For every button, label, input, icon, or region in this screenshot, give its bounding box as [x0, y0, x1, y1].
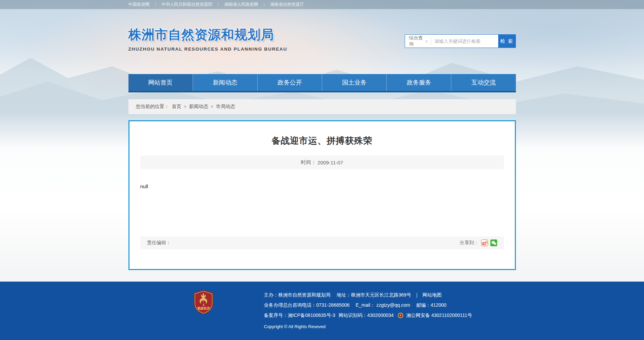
article-date-value: 2009-11-07 [317, 160, 343, 165]
footer-postcode: 邮编：412000 [416, 302, 447, 308]
editor-label: 责任编辑： [147, 240, 171, 246]
topbar-link-china-gov[interactable]: 中国政府网 [128, 2, 150, 7]
nav-item-label: 政务公开 [277, 78, 302, 87]
gov-links-bar: 中国政府网 | 中华人民共和国自然资源部 | 湖南省人民政府网 | 湖南省自然资… [0, 0, 644, 9]
nav-item-label: 互动交流 [471, 78, 496, 87]
police-badge-icon [398, 311, 403, 322]
footer-text: 主办：株洲市自然资源和规划局 地址：株洲市天元区长江北路369号 ｜ 网站地图 … [264, 290, 472, 332]
main-nav: 网站首页 新闻动态 政务公开 国土业务 政务服务 互动交流 [128, 74, 516, 92]
article-title: 备战迎市运、拼搏获殊荣 [129, 135, 515, 147]
article-panel: 备战迎市运、拼搏获殊荣 时间： 2009-11-07 null 责任编辑： 分享… [128, 120, 516, 270]
nav-item-gov-info[interactable]: 政务公开 [257, 74, 322, 91]
topbar-link-hunan-nr[interactable]: 湖南省自然资源厅 [270, 2, 304, 7]
page-footer: 党政机关 主办：株洲市自然资源和规划局 地址：株洲市天元区长江北路369号 ｜ … [0, 282, 644, 340]
nav-item-label: 网站首页 [148, 78, 173, 87]
topbar-separator: | [155, 2, 156, 6]
wechat-icon[interactable] [490, 239, 497, 246]
breadcrumb-prefix: 您当前的位置： [136, 104, 169, 110]
topbar-link-mnr[interactable]: 中华人民共和国自然资源部 [161, 2, 212, 7]
footer-line-2: 业务办理总台咨询电话：0731-28685006 E_mail： zzgtzy@… [264, 300, 472, 310]
nav-item-label: 新闻动态 [213, 78, 237, 87]
nav-item-land-business[interactable]: 国土业务 [322, 74, 386, 91]
footer-copyright: Copyright © All Rights Reseved [264, 322, 472, 332]
badge-label: 党政机关 [197, 306, 210, 310]
gov-links-inner: 中国政府网 | 中华人民共和国自然资源部 | 湖南省人民政府网 | 湖南省自然资… [128, 0, 516, 9]
article-date-bar: 时间： 2009-11-07 [140, 156, 504, 169]
topbar-link-hunan-gov[interactable]: 湖南省人民政府网 [224, 2, 258, 7]
footer-separator: ｜ [415, 292, 419, 298]
footer-security-record[interactable]: 湘公网安备 43021102000111号 [406, 312, 472, 318]
breadcrumb-separator: > [211, 104, 213, 109]
nav-item-interaction[interactable]: 互动交流 [451, 74, 516, 91]
footer-phone: 业务办理总台咨询电话：0731-28685006 [264, 302, 350, 308]
footer-site-code: 网站识别码：4302000034 [338, 312, 394, 318]
share-label: 分享到： [460, 240, 479, 246]
party-gov-badge-icon[interactable]: 党政机关 [193, 290, 214, 332]
site-header: 株洲市自然资源和规划局 ZHUZHOU NATURAL RESOURCES AN… [128, 9, 516, 74]
nav-item-news[interactable]: 新闻动态 [193, 74, 257, 91]
breadcrumb-home[interactable]: 首页 [172, 104, 181, 110]
footer-line-3: 备案序号：湘ICP备08100635号-3 网站识别码：4302000034 湘… [264, 310, 472, 322]
footer-email: E_mail： zzgtzy@qq.com [356, 302, 410, 308]
site-subtitle: ZHUZHOU NATURAL RESOURCES AND PLANNING B… [128, 47, 288, 52]
footer-line-1: 主办：株洲市自然资源和规划局 地址：株洲市天元区长江北路369号 ｜ 网站地图 [264, 290, 472, 300]
breadcrumb-separator: > [184, 104, 187, 109]
sitemap-link[interactable]: 网站地图 [422, 292, 441, 298]
weibo-icon[interactable] [481, 239, 488, 246]
search-input[interactable] [431, 35, 498, 48]
breadcrumb-news[interactable]: 新闻动态 [189, 104, 208, 110]
article-footer-bar: 责任编辑： 分享到： [140, 236, 504, 249]
search-button[interactable]: 检 索 [498, 35, 516, 48]
site-brand[interactable]: 株洲市自然资源和规划局 ZHUZHOU NATURAL RESOURCES AN… [128, 26, 288, 52]
share-group: 分享到： [460, 239, 497, 246]
footer-address: 地址：株洲市天元区长江北路369号 [336, 292, 411, 298]
nav-item-home[interactable]: 网站首页 [128, 74, 193, 91]
article-body: null [140, 183, 504, 189]
breadcrumb: 您当前的位置： 首页 > 新闻动态 > 市局动态 [128, 99, 516, 114]
footer-organizer: 主办：株洲市自然资源和规划局 [264, 292, 331, 298]
nav-item-label: 政务服务 [407, 78, 431, 87]
breadcrumb-current: 市局动态 [216, 104, 235, 110]
search-bar: 综合查询 ∨ 检 索 [405, 34, 516, 48]
footer-icp: 备案序号：湘ICP备08100635号-3 [264, 312, 335, 318]
footer-inner: 党政机关 主办：株洲市自然资源和规划局 地址：株洲市天元区长江北路369号 ｜ … [128, 282, 516, 332]
search-category-label: 综合查询 [409, 35, 425, 47]
topbar-separator: | [218, 2, 219, 6]
article-date-label: 时间： [301, 159, 316, 166]
search-category-select[interactable]: 综合查询 ∨ [405, 35, 431, 48]
nav-item-gov-service[interactable]: 政务服务 [386, 74, 451, 91]
chevron-down-icon: ∨ [425, 39, 428, 43]
site-title: 株洲市自然资源和规划局 [128, 26, 288, 43]
nav-item-label: 国土业务 [342, 78, 367, 87]
topbar-separator: | [264, 2, 265, 6]
